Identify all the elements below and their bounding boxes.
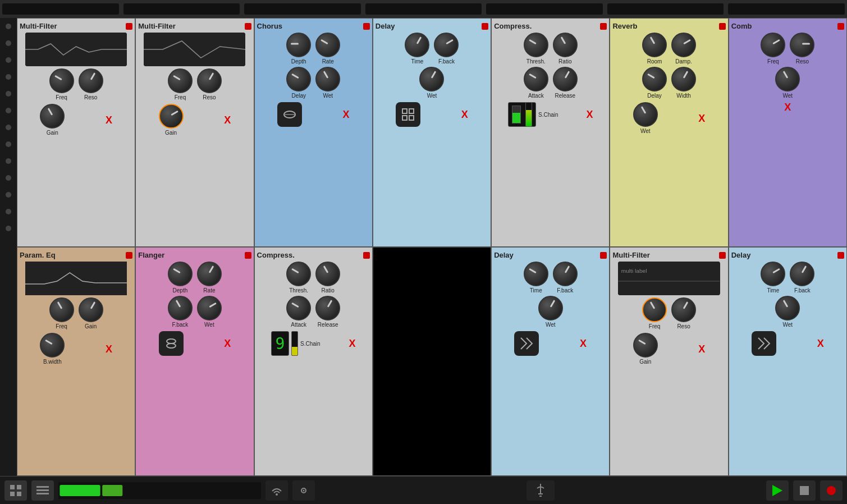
knob-rate[interactable]: Rate [197, 262, 222, 294]
knob-attack[interactable]: Attack [286, 296, 311, 328]
stop-button[interactable] [793, 480, 816, 501]
delete-button[interactable]: X [784, 102, 791, 112]
sidebar-dot[interactable] [6, 108, 11, 113]
knob[interactable] [315, 262, 340, 286]
knob[interactable] [49, 297, 74, 322]
delete-button[interactable]: X [817, 338, 824, 349]
knob-width[interactable]: Width [671, 67, 696, 99]
delete-button[interactable]: X [106, 344, 112, 354]
sidebar-dot[interactable] [6, 40, 11, 46]
knob-wet[interactable]: Wet [197, 296, 222, 328]
knob-wet[interactable]: Wet [775, 296, 800, 328]
knob-gain[interactable]: Gain [159, 104, 184, 136]
settings-icon[interactable] [292, 480, 315, 501]
knob[interactable] [790, 262, 814, 286]
knob[interactable] [553, 33, 578, 57]
knob[interactable] [671, 67, 696, 91]
knob-freq[interactable]: Freq [49, 297, 74, 329]
knob[interactable] [49, 68, 74, 93]
knob-rate[interactable]: Rate [315, 33, 340, 65]
knob[interactable] [671, 33, 696, 57]
knob[interactable] [790, 33, 814, 57]
knob[interactable] [168, 262, 193, 286]
sidebar-dot[interactable] [6, 24, 11, 29]
sidebar-dot[interactable] [6, 192, 11, 198]
knob[interactable] [524, 262, 548, 286]
record-button[interactable] [820, 480, 843, 501]
knob[interactable] [40, 104, 65, 129]
delete-button[interactable]: X [349, 338, 355, 349]
sidebar-dot[interactable] [6, 158, 11, 164]
knob[interactable] [168, 296, 193, 320]
knob[interactable] [775, 296, 800, 320]
knob[interactable] [633, 102, 658, 127]
knob-damp[interactable]: Damp. [671, 33, 696, 65]
knob[interactable] [553, 67, 578, 91]
plugin-led[interactable] [245, 252, 251, 259]
knob[interactable] [642, 297, 667, 322]
knob-delay[interactable]: Delay [286, 67, 311, 99]
delete-button[interactable]: X [698, 113, 705, 123]
knob[interactable] [286, 33, 311, 57]
knob[interactable] [775, 67, 800, 91]
plugin-led[interactable] [363, 23, 370, 30]
knob[interactable] [286, 296, 311, 320]
knob-freq[interactable]: Freq [49, 68, 74, 100]
knob-wet[interactable]: Wet [419, 67, 444, 99]
knob[interactable] [538, 296, 563, 320]
knob[interactable] [419, 67, 444, 91]
sidebar-dot[interactable] [6, 141, 11, 147]
knob[interactable] [671, 297, 696, 322]
knob[interactable] [524, 67, 548, 91]
knob-bwidth[interactable]: B.width [40, 333, 65, 365]
knob[interactable] [197, 68, 222, 93]
knob[interactable] [286, 262, 311, 286]
list-view-button[interactable] [31, 480, 54, 501]
sidebar-dot[interactable] [6, 74, 11, 80]
knob[interactable] [197, 262, 222, 286]
knob[interactable] [315, 33, 340, 57]
delay-icon-btn[interactable] [752, 331, 776, 356]
plugin-led[interactable] [600, 23, 607, 30]
flanger-icon-btn[interactable] [159, 331, 184, 356]
knob-ratio[interactable]: Ratio [315, 262, 340, 294]
knob[interactable] [405, 33, 429, 57]
sidebar-dot[interactable] [6, 91, 11, 97]
knob-ratio[interactable]: Ratio [553, 33, 578, 65]
knob-attack[interactable]: Attack [524, 67, 548, 99]
delete-button[interactable]: X [580, 338, 587, 349]
knob[interactable] [761, 33, 785, 57]
grid-view-button[interactable] [4, 480, 27, 501]
knob[interactable] [197, 296, 222, 320]
delay-icon-btn[interactable] [396, 102, 420, 127]
plugin-led[interactable] [837, 252, 844, 259]
knob-reso[interactable]: Reso [671, 297, 696, 329]
knob-release[interactable]: Release [315, 296, 340, 328]
knob-release[interactable]: Release [553, 67, 578, 99]
sidebar-dot[interactable] [6, 125, 11, 130]
sidebar-dot[interactable] [6, 175, 11, 181]
knob-time[interactable]: Time [405, 33, 429, 65]
knob[interactable] [286, 67, 311, 91]
plugin-led[interactable] [719, 252, 726, 259]
knob[interactable] [159, 104, 184, 129]
delete-button[interactable]: X [343, 109, 350, 120]
knob-gain[interactable]: Gain [40, 104, 65, 136]
knob[interactable] [315, 296, 340, 320]
knob-fback[interactable]: F.back [553, 262, 578, 294]
knob[interactable] [40, 333, 65, 358]
knob[interactable] [79, 68, 103, 93]
delete-button[interactable]: X [586, 109, 593, 120]
knob[interactable] [761, 262, 785, 286]
plugin-led[interactable] [126, 23, 132, 30]
knob[interactable] [315, 67, 340, 91]
knob-thresh[interactable]: Thresh. [524, 33, 548, 65]
knob-depth[interactable]: Depth [286, 33, 311, 65]
knob-thresh[interactable]: Thresh. [286, 262, 311, 294]
knob-fback[interactable]: F.back [790, 262, 814, 294]
plugin-led[interactable] [837, 23, 844, 30]
delete-button[interactable]: X [224, 338, 231, 349]
knob[interactable] [434, 33, 459, 57]
knob-reso[interactable]: Reso [79, 68, 103, 100]
sidebar-dot[interactable] [6, 226, 11, 231]
